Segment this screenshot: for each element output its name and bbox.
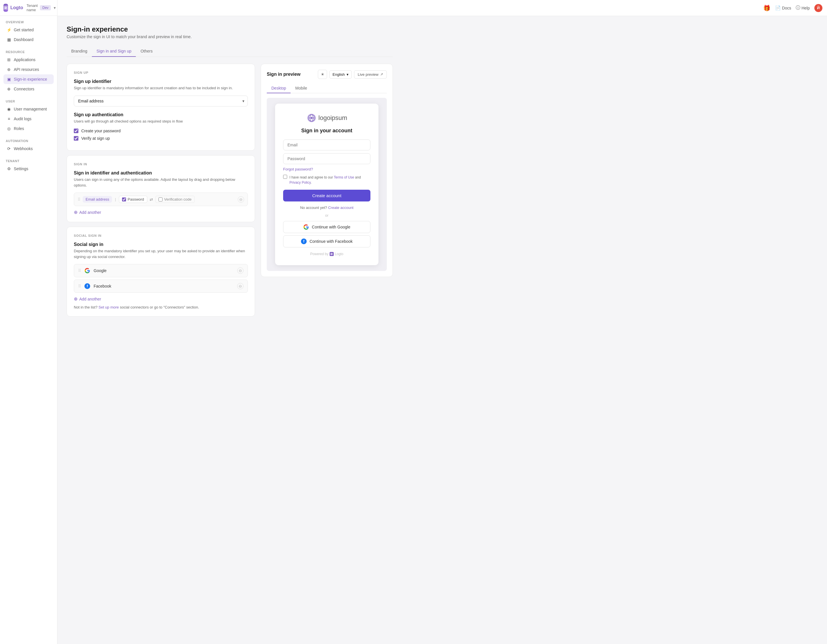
live-preview-button[interactable]: Live preview ↗ <box>354 70 387 79</box>
remove-facebook-button[interactable]: ⊖ <box>237 283 243 289</box>
tab-signin-signup[interactable]: Sign in and Sign up <box>92 46 136 57</box>
social-title: Social sign in <box>74 242 248 247</box>
help-icon: ⓘ <box>796 5 800 11</box>
social-section-label: SOCIAL SIGN IN <box>74 234 248 237</box>
facebook-name: Facebook <box>94 284 111 288</box>
signin-identifier-desc: Users can sign in using any of the optio… <box>74 177 248 188</box>
signup-identifier-desc: Sign up identifier is mandatory informat… <box>74 85 248 91</box>
add-social-connector-button[interactable]: ⊕ Add another <box>74 296 248 302</box>
external-link-icon: ↗ <box>380 72 383 76</box>
remove-facebook-icon: ⊖ <box>239 284 242 288</box>
page-title: Sign-in experience <box>67 25 393 33</box>
add-signin-identifier-button[interactable]: ⊕ Add another <box>74 210 248 215</box>
settings-icon: ⚙ <box>6 166 11 171</box>
preview-terms-text: I have read and agree to our Terms of Us… <box>289 175 370 185</box>
preview-logo: logoipsum <box>283 113 370 123</box>
dashboard-icon: ▦ <box>6 37 11 42</box>
lightning-icon: ⚡ <box>6 27 11 33</box>
password-checkbox[interactable] <box>122 198 126 201</box>
verify-signup-row: Verify at sign up <box>74 136 248 141</box>
sidebar-item-user-management[interactable]: ◉ User management <box>3 104 54 114</box>
docs-icon: 📄 <box>775 5 781 11</box>
remove-google-button[interactable]: ⊖ <box>237 268 243 274</box>
tab-branding[interactable]: Branding <box>67 46 92 57</box>
overview-section-label: OVERVIEW <box>3 20 54 24</box>
tab-others[interactable]: Others <box>136 46 157 57</box>
setup-more-link[interactable]: Set up more <box>98 305 119 310</box>
sidebar-item-roles[interactable]: ◎ Roles <box>3 124 54 134</box>
preview-create-account-link[interactable]: Create account <box>328 205 354 210</box>
user-section-label: USER <box>3 100 54 103</box>
help-button[interactable]: ⓘ Help <box>796 5 810 11</box>
webhooks-icon: ⟳ <box>6 146 11 151</box>
signin-preview-card: logoipsum Sign in your account Forgot pa… <box>275 104 378 265</box>
preview-forgot-link[interactable]: Forgot password? <box>283 167 370 171</box>
verification-code-label: Verification code <box>164 197 192 201</box>
sidebar-item-settings[interactable]: ⚙ Settings <box>3 164 54 174</box>
verify-signup-checkbox[interactable] <box>74 136 78 141</box>
sidebar-item-connectors[interactable]: ⊕ Connectors <box>3 84 54 94</box>
password-label: Password <box>128 197 144 201</box>
drag-handle-icon[interactable]: ⠿ <box>78 197 80 202</box>
preview-email-input[interactable] <box>283 140 370 150</box>
language-selector[interactable]: English ▾ <box>329 70 352 79</box>
google-logo <box>84 267 91 274</box>
preview-no-account-text: No account yet? Create account <box>283 205 370 210</box>
terms-of-use-link[interactable]: Terms of Use <box>334 175 354 179</box>
verification-code-checkbox[interactable] <box>159 198 162 201</box>
not-in-list-text: Not in the list? Set up more social conn… <box>74 305 248 310</box>
theme-toggle-button[interactable]: ☀ <box>318 70 327 79</box>
preview-facebook-signin-button[interactable]: f Continue with Facebook <box>283 235 370 247</box>
social-desc: Depending on the mandatory identifier yo… <box>74 248 248 260</box>
gift-icon[interactable]: 🎁 <box>763 5 771 11</box>
preview-create-account-button[interactable]: Create account <box>283 190 370 201</box>
roles-icon: ◎ <box>6 126 11 131</box>
preview-google-signin-button[interactable]: Continue with Google <box>283 221 370 233</box>
sun-icon: ☀ <box>321 72 325 77</box>
swap-icon[interactable]: ⇄ <box>150 197 153 202</box>
identifier-select[interactable]: Email address Phone number Username <box>74 96 248 106</box>
preview-powered-by: Powered by Logto <box>283 252 370 256</box>
sidebar-item-audit-logs[interactable]: ≡ Audit logs <box>3 114 54 124</box>
sidebar-item-applications[interactable]: ⊞ Applications <box>3 55 54 65</box>
facebook-drag-handle[interactable]: ⠿ <box>78 284 81 288</box>
logoipsum-text: logoipsum <box>318 114 347 122</box>
sidebar-item-webhooks[interactable]: ⟳ Webhooks <box>3 144 54 154</box>
sidebar-item-signin-experience[interactable]: ▣ Sign-in experience <box>3 74 54 84</box>
google-drag-handle[interactable]: ⠿ <box>78 268 81 273</box>
lang-chevron-icon: ▾ <box>346 72 349 77</box>
verification-code-tag: Verification code <box>155 196 195 203</box>
create-password-row: Create your password <box>74 129 248 133</box>
preview-tabs: Desktop Mobile <box>267 84 387 93</box>
tenant-name: Tenant name <box>27 3 37 12</box>
sidebar-item-get-started[interactable]: ⚡ Get started <box>3 25 54 35</box>
preview-password-input[interactable] <box>283 153 370 164</box>
remove-icon: ⊖ <box>239 197 243 202</box>
logoipsum-sphere-icon <box>306 113 317 123</box>
email-tag-label: Email address <box>86 197 109 201</box>
sidebar-item-dashboard[interactable]: ▦ Dashboard <box>3 35 54 45</box>
remove-identifier-button[interactable]: ⊖ <box>238 196 244 202</box>
preview-tab-desktop[interactable]: Desktop <box>267 84 290 93</box>
docs-button[interactable]: 📄 Docs <box>775 5 791 11</box>
facebook-logo: f <box>84 283 91 289</box>
privacy-policy-link[interactable]: Privacy Policy <box>289 180 311 185</box>
preview-panel: Sign in preview ☀ English ▾ Live preview <box>261 64 393 277</box>
main-tabs: Branding Sign in and Sign up Others <box>67 46 393 57</box>
tenant-env-badge: Dev <box>40 5 50 10</box>
social-signin-card: SOCIAL SIGN IN Social sign in Depending … <box>67 227 255 317</box>
facebook-connector-row: ⠿ f Facebook ⊖ <box>74 280 248 293</box>
preview-terms-checkbox[interactable] <box>283 175 287 179</box>
google-name: Google <box>94 268 106 273</box>
users-icon: ◉ <box>6 106 11 112</box>
preview-or-divider: or <box>283 213 370 218</box>
signup-identifier-title: Sign up identifier <box>74 79 248 84</box>
user-avatar[interactable]: Й <box>815 4 822 12</box>
tenant-chevron-icon[interactable]: ▾ <box>54 5 56 10</box>
resource-section-label: RESOURCE <box>3 50 54 54</box>
preview-facebook-icon: f <box>301 238 307 244</box>
create-password-checkbox[interactable] <box>74 129 78 133</box>
sidebar-item-api-resources[interactable]: ⊛ API resources <box>3 65 54 74</box>
preview-tab-mobile[interactable]: Mobile <box>290 84 312 93</box>
preview-signin-title: Sign in your account <box>283 128 370 134</box>
